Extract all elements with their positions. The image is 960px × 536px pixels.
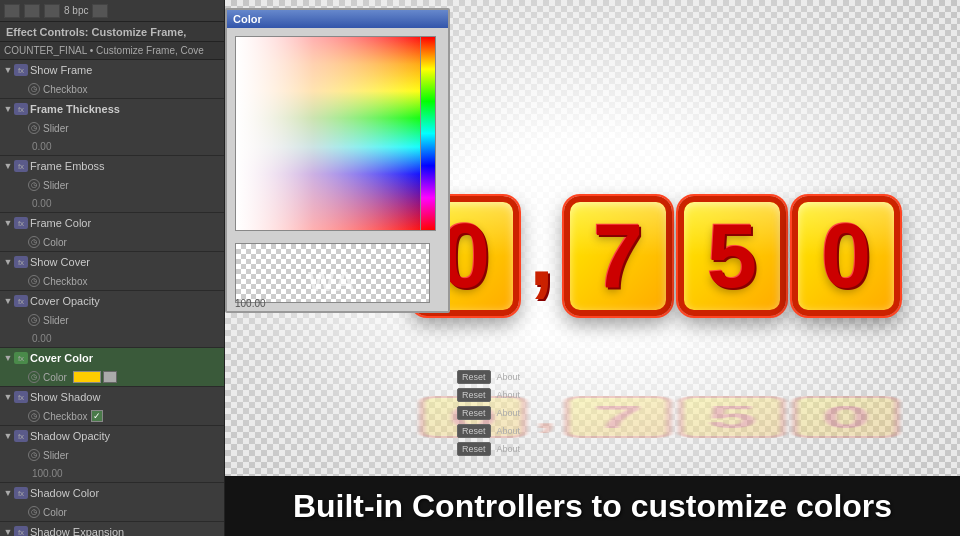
color-dialog-title: Color (227, 10, 448, 28)
fx-badge-so: fx (14, 430, 28, 442)
sub-label-fc: Color (43, 237, 67, 248)
reset-button-5[interactable]: Reset (457, 442, 491, 456)
panel-header: Effect Controls: Customize Frame, (0, 22, 224, 42)
reset-button-3[interactable]: Reset (457, 406, 491, 420)
arrow-shadow-expansion: ▼ (2, 527, 14, 536)
left-panel: 8 bpc Effect Controls: Customize Frame, … (0, 0, 225, 536)
effect-row-show-frame[interactable]: ▼ fx Show Frame (0, 60, 224, 80)
fx-badge-shc: fx (14, 487, 28, 499)
sub-slider-fe: ◷ Slider (0, 176, 224, 194)
color-gradient-inner (236, 37, 429, 230)
clock-icon-co: ◷ (28, 314, 40, 326)
effect-row-shadow-expansion[interactable]: ▼ fx Shadow Expansion (0, 522, 224, 536)
effect-frame-emboss: ▼ fx Frame Emboss ◷ Slider 0.00 (0, 156, 224, 213)
fx-badge-ss: fx (14, 391, 28, 403)
digit-block-7: 7 (564, 196, 672, 316)
sub-label-sc: Checkbox (43, 276, 87, 287)
clock-icon-cc: ◷ (28, 371, 40, 383)
toolbar: 8 bpc (0, 0, 224, 22)
arrow-show-cover: ▼ (2, 257, 14, 267)
reset-about-row-2: Reset About (457, 388, 520, 402)
sub-value-co: 0.00 (0, 329, 224, 347)
sub-checkbox-show-frame: ◷ Checkbox (0, 80, 224, 98)
color-swatch-yellow[interactable] (73, 371, 101, 383)
color-picker-area[interactable]: WA 100.00 (227, 28, 448, 313)
reset-about-panel: Reset About Reset About Reset About Rese… (457, 370, 520, 456)
comma-separator: , (529, 203, 554, 316)
sub-value-co-num: 0.00 (32, 333, 51, 344)
effect-row-cover-color[interactable]: ▼ fx Cover Color (0, 348, 224, 368)
clock-icon-so: ◷ (28, 449, 40, 461)
clock-icon-fe: ◷ (28, 179, 40, 191)
sub-value-ft-num: 0.00 (32, 141, 51, 152)
sub-label-shc: Color (43, 507, 67, 518)
effect-cover-color: ▼ fx Cover Color ◷ Color (0, 348, 224, 387)
arrow-cover-color: ▼ (2, 353, 14, 363)
effect-row-show-shadow[interactable]: ▼ fx Show Shadow (0, 387, 224, 407)
about-label-5: About (497, 444, 521, 454)
sub-label-sf: Checkbox (43, 84, 87, 95)
digit-block-5: 5 (678, 196, 786, 316)
fx-badge-co: fx (14, 295, 28, 307)
watermark-text: WA (240, 266, 425, 298)
checkbox-ss[interactable]: ✓ (91, 410, 103, 422)
effect-name-shadow-opacity: Shadow Opacity (30, 430, 222, 442)
effect-name-frame-thickness: Frame Thickness (30, 103, 222, 115)
color-swatch-gray[interactable] (103, 371, 117, 383)
about-label-2: About (497, 390, 521, 400)
panel-title: Effect Controls: Customize Frame, (6, 26, 186, 38)
fx-badge-ft: fx (14, 103, 28, 115)
color-gradient-box[interactable] (235, 36, 430, 231)
effect-row-frame-emboss[interactable]: ▼ fx Frame Emboss (0, 156, 224, 176)
sub-checkbox-sc: ◷ Checkbox (0, 272, 224, 290)
effect-shadow-opacity: ▼ fx Shadow Opacity ◷ Slider 100.00 (0, 426, 224, 483)
effect-name-show-shadow: Show Shadow (30, 391, 222, 403)
effect-name-show-cover: Show Cover (30, 256, 222, 268)
reset-about-row-4: Reset About (457, 424, 520, 438)
effect-row-shadow-opacity[interactable]: ▼ fx Shadow Opacity (0, 426, 224, 446)
effect-frame-thickness: ▼ fx Frame Thickness ◷ Slider 0.00 (0, 99, 224, 156)
effect-row-show-cover[interactable]: ▼ fx Show Cover (0, 252, 224, 272)
digit-7: 7 (593, 211, 643, 301)
reset-button-4[interactable]: Reset (457, 424, 491, 438)
arrow-shadow-color: ▼ (2, 488, 14, 498)
effect-shadow-expansion: ▼ fx Shadow Expansion ◷ Slider (0, 522, 224, 536)
effect-row-frame-color[interactable]: ▼ fx Frame Color (0, 213, 224, 233)
effect-name-frame-color: Frame Color (30, 217, 222, 229)
clock-icon-ft: ◷ (28, 122, 40, 134)
effect-cover-opacity: ▼ fx Cover Opacity ◷ Slider 0.00 (0, 291, 224, 348)
bottom-overlay: Built-in Controllers to customize colors (225, 476, 960, 536)
sub-label-ft-slider: Slider (43, 123, 69, 134)
sub-value-ft: 0.00 (0, 137, 224, 155)
sub-slider-so: ◷ Slider (0, 446, 224, 464)
toolbar-icon-folder[interactable] (24, 4, 40, 18)
sub-value-fe-num: 0.00 (32, 198, 51, 209)
clock-icon-sf: ◷ (28, 83, 40, 95)
breadcrumb: COUNTER_FINAL • Customize Frame, Cove (0, 42, 224, 60)
fx-badge-cc: fx (14, 352, 28, 364)
toolbar-icon-file[interactable] (4, 4, 20, 18)
toolbar-icon-extra[interactable] (92, 4, 108, 18)
color-preview-checker: WA (235, 243, 430, 303)
sub-value-so-num: 100.00 (32, 468, 63, 479)
effect-row-shadow-color[interactable]: ▼ fx Shadow Color (0, 483, 224, 503)
color-dialog[interactable]: Color WA 100.00 (225, 8, 450, 313)
sub-checkbox-ss: ◷ Checkbox ✓ (0, 407, 224, 425)
effect-row-cover-opacity[interactable]: ▼ fx Cover Opacity (0, 291, 224, 311)
digit-5: 5 (707, 211, 757, 301)
right-panel: Color WA 100.00 Reset About (225, 0, 960, 536)
effect-show-shadow: ▼ fx Show Shadow ◷ Checkbox ✓ (0, 387, 224, 426)
digit-block-0b: 0 (792, 196, 900, 316)
sub-label-fe: Slider (43, 180, 69, 191)
reset-button-1[interactable]: Reset (457, 370, 491, 384)
about-label-4: About (497, 426, 521, 436)
effect-name-cover-opacity: Cover Opacity (30, 295, 222, 307)
reset-button-2[interactable]: Reset (457, 388, 491, 402)
reset-about-row-1: Reset About (457, 370, 520, 384)
arrow-cover-opacity: ▼ (2, 296, 14, 306)
sub-color-fc: ◷ Color (0, 233, 224, 251)
effect-name-shadow-expansion: Shadow Expansion (30, 526, 222, 536)
arrow-show-shadow: ▼ (2, 392, 14, 402)
toolbar-icon-save[interactable] (44, 4, 60, 18)
effect-row-frame-thickness[interactable]: ▼ fx Frame Thickness (0, 99, 224, 119)
